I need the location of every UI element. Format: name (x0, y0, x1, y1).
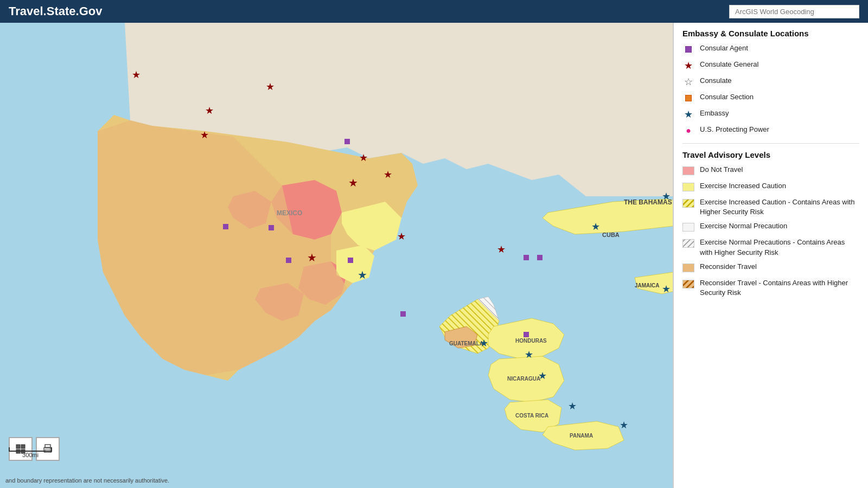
svg-text:★: ★ (591, 221, 600, 232)
legend-item-exercise-normal-precaution: Exercise Normal Precaution (682, 221, 859, 233)
svg-rect-37 (524, 332, 529, 337)
svg-text:★: ★ (205, 105, 214, 116)
site-title: Travel.State.Gov (9, 4, 102, 18)
consulate-icon: ☆ (682, 76, 694, 88)
svg-text:★: ★ (358, 269, 367, 281)
svg-text:★: ★ (200, 130, 209, 140)
legend-item-reconsider-travel: Reconsider Travel (682, 262, 859, 274)
scale-label: 300mi (22, 452, 39, 458)
consular-agent-icon (682, 43, 694, 55)
svg-text:★: ★ (348, 177, 358, 189)
reconsider-travel-icon (682, 262, 694, 274)
consulate-general-label: Consulate General (700, 60, 758, 69)
svg-text:★: ★ (266, 81, 275, 92)
svg-text:★: ★ (662, 191, 671, 202)
legend-item-consulate: ☆ Consulate (682, 76, 859, 88)
do-not-travel-label: Do Not Travel (700, 165, 743, 175)
svg-text:GUATEMALA: GUATEMALA (449, 341, 483, 346)
disclaimer: and boundary representation are not nece… (0, 477, 673, 484)
svg-text:MEXICO: MEXICO (277, 209, 302, 217)
advisory-section-title: Travel Advisory Levels (682, 150, 859, 159)
consulate-general-icon: ★ (682, 60, 694, 72)
exercise-normal-precaution-label: Exercise Normal Precaution (700, 221, 787, 231)
svg-rect-33 (348, 258, 353, 263)
svg-text:★: ★ (538, 370, 547, 381)
svg-rect-35 (524, 255, 529, 260)
exercise-increased-caution-icon (682, 181, 694, 193)
svg-text:★: ★ (480, 338, 488, 349)
svg-text:★: ★ (620, 420, 628, 431)
exercise-normal-precaution-hsr-label: Exercise Normal Precautions - Contains A… (700, 237, 859, 257)
legend-panel: Legend Embassy & Consulate Locations Con… (673, 0, 868, 488)
svg-text:CUBA: CUBA (602, 232, 620, 238)
svg-text:★: ★ (662, 284, 671, 294)
svg-text:★: ★ (307, 252, 317, 264)
legend-item-consulate-general: ★ Consulate General (682, 60, 859, 72)
consular-section-icon (682, 92, 694, 104)
legend-item-exercise-increased-caution: Exercise Increased Caution (682, 181, 859, 193)
svg-text:NICARAGUA: NICARAGUA (507, 376, 540, 382)
legend-item-embassy: ★ Embassy (682, 108, 859, 120)
svg-rect-32 (344, 139, 350, 144)
consulate-label: Consulate (700, 76, 732, 86)
protecting-power-icon: ● (682, 125, 694, 137)
reconsider-travel-label: Reconsider Travel (700, 262, 757, 272)
svg-rect-30 (269, 225, 274, 230)
scale-bar: 300mi (9, 447, 52, 458)
exercise-increased-caution-hsr-label: Exercise Increased Caution - Contains Ar… (700, 197, 859, 217)
svg-text:★: ★ (568, 401, 577, 412)
header: Travel.State.Gov (0, 0, 868, 23)
legend-item-do-not-travel: Do Not Travel (682, 165, 859, 177)
svg-rect-36 (537, 255, 542, 260)
legend-item-exercise-increased-caution-hsr: Exercise Increased Caution - Contains Ar… (682, 197, 859, 217)
embassy-label: Embassy (700, 108, 729, 118)
svg-rect-29 (223, 224, 228, 229)
svg-text:HONDURAS: HONDURAS (515, 338, 547, 344)
svg-rect-31 (286, 258, 291, 263)
search-input[interactable] (729, 5, 859, 18)
protecting-power-label: U.S. Protecting Power (700, 125, 769, 134)
exercise-increased-caution-hsr-icon (682, 197, 694, 209)
svg-text:★: ★ (525, 349, 533, 360)
consular-agent-label: Consular Agent (700, 43, 748, 53)
legend-item-consular-agent: Consular Agent (682, 43, 859, 55)
svg-text:COSTA RICA: COSTA RICA (515, 413, 548, 419)
svg-rect-34 (400, 311, 406, 317)
legend-item-exercise-normal-precaution-hsr: Exercise Normal Precautions - Contains A… (682, 237, 859, 257)
embassy-icon: ★ (682, 108, 694, 120)
svg-text:★: ★ (397, 231, 406, 242)
exercise-normal-precaution-hsr-icon (682, 237, 694, 249)
reconsider-travel-hsr-label: Reconsider Travel - Contains Areas with … (700, 278, 859, 298)
reconsider-travel-hsr-icon (682, 278, 694, 290)
exercise-normal-precaution-icon (682, 221, 694, 233)
svg-text:★: ★ (497, 244, 506, 255)
svg-text:PANAMA: PANAMA (570, 433, 593, 439)
consular-section-label: Consular Section (700, 92, 754, 102)
embassy-section-title: Embassy & Consulate Locations (682, 29, 859, 38)
svg-text:★: ★ (384, 169, 392, 180)
exercise-increased-caution-label: Exercise Increased Caution (700, 181, 786, 191)
do-not-travel-icon (682, 165, 694, 177)
legend-item-reconsider-travel-hsr: Reconsider Travel - Contains Areas with … (682, 278, 859, 298)
svg-text:JAMAICA: JAMAICA (635, 282, 660, 288)
legend-item-consular-section: Consular Section (682, 92, 859, 104)
svg-text:★: ★ (359, 152, 368, 163)
svg-text:★: ★ (132, 69, 141, 80)
legend-item-protecting-power: ● U.S. Protecting Power (682, 125, 859, 137)
